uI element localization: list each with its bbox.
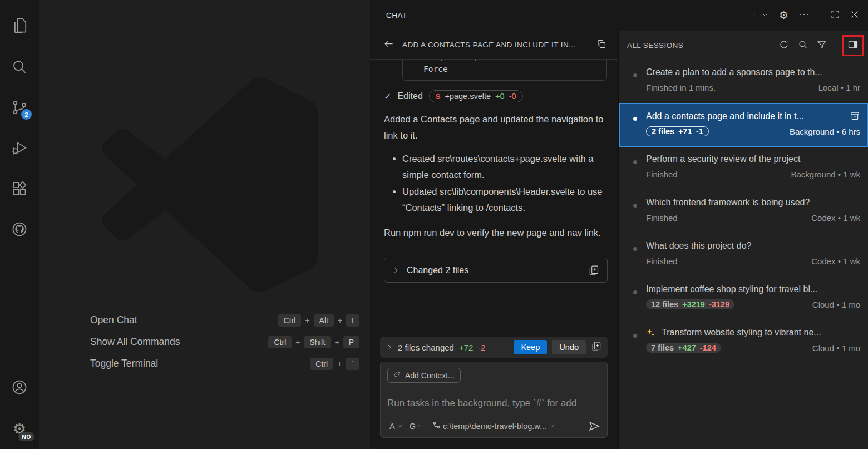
- shortcut-label: Show All Commands: [90, 336, 180, 348]
- new-chat-button[interactable]: [749, 9, 768, 21]
- undo-button[interactable]: Undo: [552, 340, 586, 354]
- session-meta: Cloud • 1 mo: [812, 343, 860, 353]
- source-control-badge: 2: [21, 109, 32, 120]
- sidebar-item-run-debug[interactable]: [0, 129, 39, 169]
- model-picker[interactable]: G: [407, 421, 426, 432]
- chat-title-bar: CHAT ⚙: [370, 0, 868, 31]
- changed-files-label: Changed 2 files: [407, 265, 468, 275]
- view-diff-icon[interactable]: [588, 265, 599, 276]
- session-meta: Cloud • 1 mo: [812, 300, 860, 309]
- close-icon[interactable]: [850, 10, 859, 21]
- session-row[interactable]: Create a plan to add a sponsors page to …: [619, 60, 868, 103]
- back-arrow-icon[interactable]: [383, 38, 394, 51]
- chat-transcript[interactable]: src\routes\contacts Force ✓ Edited S +pa…: [370, 60, 618, 337]
- sidebar-item-source-control[interactable]: 2: [0, 88, 39, 129]
- filter-icon[interactable]: [817, 40, 827, 52]
- sidebar-item-github[interactable]: [0, 210, 39, 250]
- workspace-picker[interactable]: c:\temp\demo-travel-blog.w...: [432, 421, 555, 431]
- session-status: Finished: [646, 170, 678, 179]
- chevron-down-icon: [397, 422, 403, 431]
- svelte-file-icon: S: [436, 92, 441, 101]
- session-diff-badge: 12 files +3219 -3129: [646, 299, 734, 309]
- chat-input-box[interactable]: Add Context... A G: [380, 362, 608, 438]
- chevron-right-icon[interactable]: [386, 344, 393, 351]
- sidebar-item-settings[interactable]: ⚙ NO: [0, 408, 39, 449]
- session-title: What does this project do?: [646, 241, 860, 251]
- view-diff-icon[interactable]: [591, 341, 601, 353]
- add-context-label: Add Context...: [405, 371, 455, 380]
- session-row[interactable]: Transform website styling to vibrant ne.…: [619, 320, 868, 364]
- vscode-logo-watermark: [102, 77, 318, 293]
- session-row[interactable]: What does this project do? Finished Code…: [619, 234, 868, 277]
- add-context-button[interactable]: Add Context...: [387, 368, 461, 383]
- send-button[interactable]: [588, 420, 600, 432]
- code-block: src\routes\contacts Force: [402, 60, 607, 81]
- session-row[interactable]: Perform a security review of the project…: [619, 147, 868, 190]
- chevron-down-icon: [549, 422, 555, 431]
- sessions-panel: ALL SESSIONS Create a plan to add a spon…: [619, 31, 868, 449]
- badge-removed: -124: [700, 343, 716, 352]
- shortcut-toggle-terminal: Toggle Terminal Ctrl+ `: [90, 353, 359, 374]
- session-status-dot: [633, 204, 637, 208]
- explorer-icon: [11, 18, 28, 37]
- added-count: +0: [495, 92, 505, 101]
- badge-removed: -3129: [709, 300, 729, 309]
- keep-button[interactable]: Keep: [514, 340, 547, 354]
- check-icon: ✓: [384, 91, 391, 102]
- copy-icon[interactable]: [596, 39, 606, 51]
- badge-added: +71: [678, 127, 692, 136]
- chat-settings-gear-icon[interactable]: ⚙: [779, 10, 788, 21]
- edited-file-row: ✓ Edited S +page.svelte +0 -0: [384, 90, 604, 102]
- session-status-dot: [633, 117, 637, 121]
- sparkles-icon: [646, 328, 655, 338]
- session-status-dot: [633, 160, 637, 164]
- removed-count: -0: [509, 92, 516, 101]
- mode-picker[interactable]: A: [387, 421, 405, 432]
- edited-file-pill[interactable]: S +page.svelte +0 -0: [429, 90, 523, 102]
- keycap: Alt: [314, 314, 334, 327]
- model-label: G: [410, 422, 416, 431]
- search-icon[interactable]: [798, 40, 808, 52]
- code-clipped-line: src\routes\contacts: [423, 60, 516, 62]
- workspace-label: c:\temp\demo-travel-blog.w...: [443, 422, 546, 431]
- badge-removed: -1: [696, 127, 703, 136]
- account-icon: [11, 379, 28, 398]
- keycap: I: [346, 314, 359, 327]
- session-row-selected[interactable]: Add a contacts page and include it in t.…: [619, 103, 868, 147]
- keycap: P: [343, 336, 359, 348]
- badge-added: +427: [678, 343, 696, 352]
- session-meta: Codex • 1 wk: [811, 256, 860, 266]
- badge-files: 2 files: [652, 127, 674, 136]
- badge-added: +3219: [682, 300, 705, 309]
- archive-icon[interactable]: [850, 111, 860, 121]
- sidebar-item-account[interactable]: [0, 368, 39, 408]
- sidebar-item-search[interactable]: [0, 47, 39, 88]
- session-title: Add a contacts page and include it in t.…: [646, 111, 845, 121]
- sidebar-item-extensions[interactable]: [0, 169, 39, 210]
- session-title: Implement coffee shop styling for travel…: [646, 284, 860, 294]
- toggle-sessions-panel-icon[interactable]: [847, 39, 859, 52]
- refresh-icon[interactable]: [779, 40, 789, 52]
- assistant-bullet-list: Created src\routes\contacts+page.svelte …: [384, 151, 605, 216]
- chat-session-header: ADD A CONTACTS PAGE AND INCLUDE IT IN...: [370, 31, 618, 60]
- session-status-dot: [633, 334, 637, 338]
- chevron-down-icon: [417, 422, 423, 431]
- session-status-dot: [633, 73, 637, 77]
- chat-input[interactable]: [387, 386, 600, 420]
- watermark-shortcuts: Open Chat Ctrl+ Alt+ I Show All Commands…: [90, 309, 359, 374]
- changed-files-expander[interactable]: Changed 2 files: [384, 258, 608, 283]
- session-row[interactable]: Which frontend framework is being used? …: [619, 190, 868, 234]
- keycap: Shift: [304, 336, 331, 348]
- assistant-paragraph: Run npm run dev to verify the new page a…: [384, 225, 605, 241]
- tab-chat[interactable]: CHAT: [385, 4, 408, 26]
- shortcut-open-chat: Open Chat Ctrl+ Alt+ I: [90, 309, 359, 331]
- session-row[interactable]: Implement coffee shop styling for travel…: [619, 277, 868, 320]
- chevron-down-icon[interactable]: [762, 11, 768, 21]
- activity-bar: 2 ⚙ NO: [0, 0, 39, 449]
- edited-file-name: +page.svelte: [445, 92, 491, 101]
- more-actions-icon[interactable]: [799, 9, 809, 22]
- session-meta: Codex • 1 wk: [811, 213, 860, 223]
- session-status: Finished in 1 mins.: [646, 83, 716, 92]
- sidebar-item-explorer[interactable]: [0, 7, 39, 47]
- maximize-panel-icon[interactable]: [831, 10, 840, 21]
